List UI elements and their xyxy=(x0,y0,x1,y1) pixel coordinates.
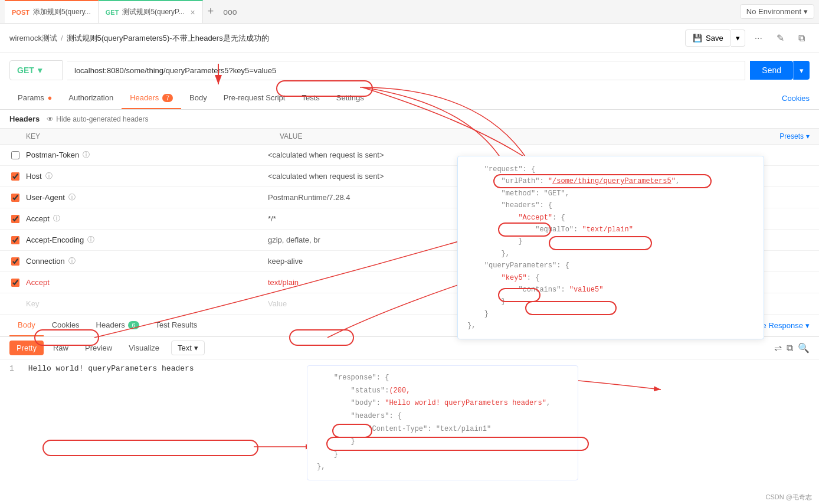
tab-get[interactable]: GET 测试规则5(queryP... × xyxy=(99,0,203,23)
send-dropdown-button[interactable]: ▾ xyxy=(793,61,810,80)
header-checkbox-2[interactable] xyxy=(9,194,21,202)
format-chevron-icon: ▾ xyxy=(194,343,198,352)
tab-get-name: 测试规则5(queryP... xyxy=(122,7,184,17)
header-key-3: Accept ⓘ xyxy=(26,214,268,224)
resp-tab-cookies[interactable]: Cookies xyxy=(44,315,88,336)
tab-post-method: POST xyxy=(12,9,30,16)
save-button[interactable]: 💾 Save xyxy=(685,30,731,47)
resp-tab-body-label: Body xyxy=(18,320,35,329)
json-overlay: "request": { "urlPath": "/some/thing/que… xyxy=(457,156,764,339)
breadcrumb-bar: wiremock测试 / 测试规则5(queryParameters5)-不带上… xyxy=(0,24,819,53)
tab-tests[interactable]: Tests xyxy=(293,87,327,109)
header-checkbox-4[interactable] xyxy=(9,236,21,244)
resp-body-tab-pretty-label: Pretty xyxy=(17,343,37,352)
save-dropdown-button[interactable]: ▾ xyxy=(731,30,745,47)
breadcrumb-workspace[interactable]: wiremock测试 xyxy=(9,33,57,44)
tab-params-label: Params xyxy=(18,93,44,102)
copy-button[interactable]: ⧉ xyxy=(794,31,810,46)
send-button[interactable]: Send xyxy=(750,61,793,80)
tab-settings[interactable]: Settings xyxy=(328,87,372,109)
presets-button[interactable]: Presets ▾ xyxy=(779,132,810,140)
send-btn-group: Send ▾ xyxy=(750,61,810,80)
resp-body-tab-pretty[interactable]: Pretty xyxy=(9,341,44,355)
tab-more-button[interactable]: ooo xyxy=(218,7,241,17)
cookies-link[interactable]: Cookies xyxy=(782,94,810,103)
json-overlay-content: "request": { "urlPath": "/some/thing/que… xyxy=(467,163,754,332)
tab-body-label: Body xyxy=(189,93,207,102)
resp-tab-test-results[interactable]: Test Results xyxy=(148,315,206,336)
breadcrumb-actions: 💾 Save ▾ ··· ✎ ⧉ xyxy=(685,30,810,47)
header-checkbox-1[interactable] xyxy=(9,172,21,181)
breadcrumb: wiremock测试 / 测试规则5(queryParameters5)-不带上… xyxy=(9,33,269,44)
tab-bar: POST 添加规则5(query... GET 测试规则5(queryP... … xyxy=(0,0,819,24)
col-key-header: KEY xyxy=(26,132,280,140)
resp-tab-headers-label: Headers xyxy=(96,320,125,329)
resp-tab-body[interactable]: Body xyxy=(9,315,44,336)
env-selector-label: No Environment xyxy=(746,7,801,16)
header-key-new[interactable]: Key xyxy=(26,299,268,308)
request-tabs: Params ● Authorization Headers 7 Body Pr… xyxy=(0,87,819,110)
tab-get-close[interactable]: × xyxy=(191,8,195,17)
info-icon-4: ⓘ xyxy=(87,235,94,245)
info-icon-1: ⓘ xyxy=(45,171,53,181)
resp-body-tab-raw[interactable]: Raw xyxy=(46,341,76,355)
tab-post[interactable]: POST 添加规则5(query... xyxy=(5,0,99,23)
info-icon-2: ⓘ xyxy=(68,192,76,202)
response-body-tabs: Pretty Raw Preview Visualize Text ▾ ⇌ ⧉ … xyxy=(0,337,819,359)
url-input[interactable] xyxy=(67,61,745,80)
header-key-4: Accept-Encoding ⓘ xyxy=(26,235,268,245)
copy-response-button[interactable]: ⧉ xyxy=(787,343,793,354)
wrap-lines-button[interactable]: ⇌ xyxy=(774,342,782,354)
header-key-2: User-Agent ⓘ xyxy=(26,192,268,202)
resp-body-tab-visualize[interactable]: Visualize xyxy=(122,341,166,355)
more-actions-button[interactable]: ··· xyxy=(750,31,767,46)
save-icon: 💾 xyxy=(693,34,702,42)
resp-tab-test-results-label: Test Results xyxy=(156,320,198,329)
header-checkbox-0[interactable] xyxy=(9,151,21,159)
resp-body-tab-preview[interactable]: Preview xyxy=(78,341,119,355)
bottom-bar-label: CSDN @毛奇志 xyxy=(766,493,812,500)
info-icon-3: ⓘ xyxy=(53,214,60,224)
format-select[interactable]: Text ▾ xyxy=(171,341,205,355)
breadcrumb-current: 测试规则5(queryParameters5)-不带上headers是无法成功的 xyxy=(67,33,269,44)
method-label: GET xyxy=(17,66,34,75)
tab-params[interactable]: Params ● xyxy=(9,87,60,109)
headers-section: Headers 👁 Hide auto-generated headers xyxy=(0,110,819,129)
resp-actions: ⇌ ⧉ 🔍 xyxy=(774,342,810,354)
tab-headers-label: Headers xyxy=(130,93,159,102)
header-key-0: Postman-Token ⓘ xyxy=(26,150,268,160)
tab-prerequest[interactable]: Pre-request Script xyxy=(215,87,294,109)
col-value-header: VALUE xyxy=(280,132,779,140)
header-checkbox-5[interactable] xyxy=(9,257,21,266)
tab-body[interactable]: Body xyxy=(181,87,215,109)
search-response-button[interactable]: 🔍 xyxy=(798,342,810,354)
header-checkbox-3[interactable] xyxy=(9,215,21,223)
edit-button[interactable]: ✎ xyxy=(772,30,789,46)
url-bar: GET ▾ Send ▾ xyxy=(0,53,819,87)
resp-tab-headers[interactable]: Headers 6 xyxy=(88,315,148,336)
hide-generated-toggle[interactable]: 👁 Hide auto-generated headers xyxy=(47,115,148,123)
env-selector[interactable]: No Environment ▾ xyxy=(740,4,814,19)
tab-add-button[interactable]: + xyxy=(203,5,219,18)
chevron-down-icon: ▾ xyxy=(804,7,808,16)
tab-authorization-label: Authorization xyxy=(68,93,113,102)
bottom-bar: CSDN @毛奇志 xyxy=(759,490,819,504)
resp-body-tab-raw-label: Raw xyxy=(53,343,68,352)
method-select[interactable]: GET ▾ xyxy=(9,60,63,80)
header-key-6: Accept xyxy=(26,278,268,287)
resp-body-tab-visualize-label: Visualize xyxy=(129,343,159,352)
params-dot: ● xyxy=(45,93,52,102)
info-icon-5: ⓘ xyxy=(68,256,76,266)
tab-prerequest-label: Pre-request Script xyxy=(224,93,286,102)
tab-authorization[interactable]: Authorization xyxy=(60,87,122,109)
format-label: Text xyxy=(178,343,192,352)
tab-headers[interactable]: Headers 7 xyxy=(122,87,181,109)
resp-tab-cookies-label: Cookies xyxy=(52,320,80,329)
tab-post-name: 添加规则5(query... xyxy=(33,7,91,17)
header-key-5: Connection ⓘ xyxy=(26,256,268,266)
tab-tests-label: Tests xyxy=(302,93,319,102)
resp-body-tab-preview-label: Preview xyxy=(85,343,112,352)
header-checkbox-6[interactable] xyxy=(9,279,21,287)
eye-icon: 👁 xyxy=(47,115,54,123)
headers-title: Headers xyxy=(9,114,40,123)
